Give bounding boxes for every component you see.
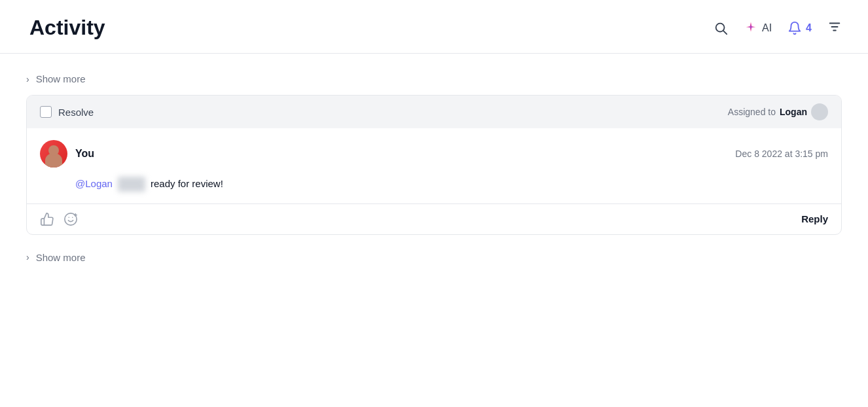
comment-card: Resolve Assigned to Logan You Dec 8 2022… bbox=[26, 95, 842, 235]
show-more-bottom-label: Show more bbox=[36, 252, 86, 263]
resolve-checkbox[interactable] bbox=[40, 106, 52, 118]
chevron-right-icon-bottom: › bbox=[26, 252, 29, 262]
assigned-to: Assigned to Logan bbox=[728, 103, 828, 120]
assigned-name: Logan bbox=[780, 107, 807, 117]
comment-body: You Dec 8 2022 at 3:15 pm @Logan ready f… bbox=[27, 128, 841, 204]
comment-header: You Dec 8 2022 at 3:15 pm bbox=[40, 140, 828, 168]
filter-icon bbox=[827, 20, 842, 34]
search-icon bbox=[714, 21, 728, 35]
comment-user: You bbox=[40, 140, 94, 168]
reaction-buttons bbox=[40, 212, 78, 226]
page-header: Activity AI 4 bbox=[0, 0, 868, 54]
user-name: You bbox=[75, 148, 94, 160]
blurred-content bbox=[118, 177, 145, 192]
resolve-label: Resolve bbox=[58, 107, 94, 118]
search-button[interactable] bbox=[714, 21, 728, 35]
thumbs-up-icon bbox=[40, 212, 54, 226]
mention-link[interactable]: @Logan bbox=[75, 178, 113, 189]
main-content: › Show more Resolve Assigned to Logan Yo… bbox=[0, 54, 868, 280]
notification-button[interactable]: 4 bbox=[787, 21, 812, 35]
sparkle-icon bbox=[744, 21, 758, 35]
assigned-label: Assigned to bbox=[728, 107, 776, 117]
bell-icon bbox=[787, 21, 802, 35]
show-more-top[interactable]: › Show more bbox=[26, 67, 842, 95]
comment-text: @Logan ready for review! bbox=[40, 177, 828, 192]
notification-count: 4 bbox=[806, 22, 812, 34]
show-more-top-label: Show more bbox=[36, 73, 86, 84]
comment-suffix: ready for review! bbox=[151, 178, 223, 189]
show-more-bottom[interactable]: › Show more bbox=[26, 248, 842, 267]
emoji-add-icon bbox=[63, 212, 78, 226]
assignee-avatar bbox=[811, 103, 828, 120]
comment-timestamp: Dec 8 2022 at 3:15 pm bbox=[735, 149, 828, 159]
ai-button[interactable]: AI bbox=[744, 21, 772, 35]
reply-button[interactable]: Reply bbox=[801, 213, 828, 224]
filter-button[interactable] bbox=[827, 20, 842, 36]
ai-label: AI bbox=[762, 22, 772, 34]
header-actions: AI 4 bbox=[714, 20, 842, 36]
chevron-right-icon: › bbox=[26, 74, 29, 84]
avatar bbox=[40, 140, 67, 168]
page-title: Activity bbox=[29, 16, 105, 40]
svg-line-1 bbox=[723, 31, 727, 34]
resolve-bar: Resolve Assigned to Logan bbox=[27, 96, 841, 128]
resolve-left: Resolve bbox=[40, 106, 94, 118]
emoji-add-button[interactable] bbox=[63, 212, 78, 226]
thumbs-up-button[interactable] bbox=[40, 212, 54, 226]
comment-actions: Reply bbox=[27, 204, 841, 234]
